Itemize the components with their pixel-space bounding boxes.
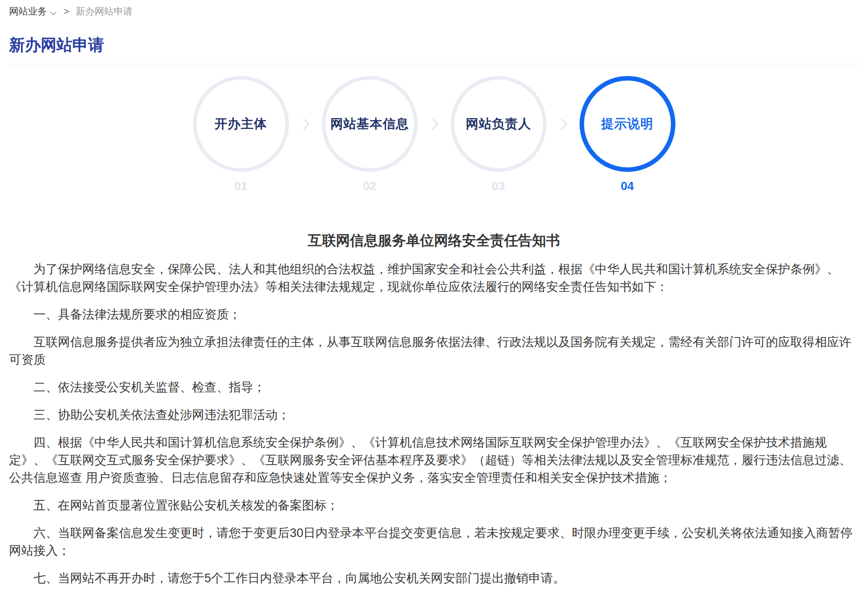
notice-paragraph: 三、协助公安机关依法查处涉网违法犯罪活动； (9, 406, 859, 424)
chevron-right-icon (427, 119, 438, 129)
step-3-circle: 网站负责人 (451, 76, 547, 172)
notice-paragraph: 互联网信息服务提供者应为独立承担法律责任的主体，从事互联网信息服务依据法律、行政… (9, 333, 859, 369)
notice-paragraph: 五、在网站首页显著位置张贴公安机关核发的备案图标； (9, 497, 859, 514)
step-4-circle: 提示说明 (580, 76, 675, 172)
breadcrumb-current: 新办网站申请 (75, 5, 132, 17)
notice-paragraph: 一、具备法律法规所要求的相应资质； (9, 306, 859, 323)
notice-title: 互联网信息服务单位网络安全责任告知书 (9, 231, 859, 251)
step-3-label: 网站负责人 (466, 115, 531, 133)
page-title: 新办网站申请 (9, 35, 859, 54)
chevron-right-icon (556, 119, 567, 129)
notice-paragraph: 七、当网站不再开办时，请您于5个工作日内登录本平台，向属地公安机关网安部门提出撤… (9, 570, 859, 587)
chevron-right-icon (298, 119, 309, 129)
step-1-number: 01 (234, 179, 247, 193)
step-2-circle: 网站基本信息 (322, 76, 418, 172)
step-2-wangzhan-jiben-xinxi: 网站基本信息 02 (322, 76, 418, 193)
step-1-kaiban-zhuti: 开办主体 01 (193, 76, 289, 193)
step-4-number: 04 (621, 179, 634, 193)
stepper: 开办主体 01 网站基本信息 02 网站负责人 03 提示 (9, 76, 859, 193)
notice-paragraph: 六、当联网备案信息发生变更时，请您于变更后30日内登录本平台提交变更信息，若未按… (9, 524, 859, 560)
page: 网站业务 > 新办网站申请 新办网站申请 开办主体 01 网站基本信息 02 (0, 0, 868, 599)
notice-paragraph: 为了保护网络信息安全，保障公民、法人和其他组织的合法权益，维护国家安全和社会公共… (9, 261, 859, 296)
caret-down-icon[interactable] (51, 10, 57, 15)
notice-document: 互联网信息服务单位网络安全责任告知书 为了保护网络信息安全，保障公民、法人和其他… (9, 231, 859, 587)
step-separator (547, 76, 580, 172)
page-header: 新办网站申请 (9, 35, 859, 64)
step-2-label: 网站基本信息 (330, 115, 409, 133)
step-1-label: 开办主体 (215, 115, 267, 133)
step-3-number: 03 (492, 179, 505, 193)
chevron-right-icon: > (64, 5, 69, 17)
step-3-wangzhan-fuzeren: 网站负责人 03 (451, 76, 547, 193)
step-separator (289, 76, 322, 172)
step-2-number: 02 (363, 179, 376, 193)
breadcrumb: 网站业务 > 新办网站申请 (9, 0, 859, 17)
breadcrumb-root[interactable]: 网站业务 (9, 5, 47, 17)
step-1-circle: 开办主体 (193, 76, 289, 172)
notice-body: 为了保护网络信息安全，保障公民、法人和其他组织的合法权益，维护国家安全和社会公共… (9, 261, 859, 587)
notice-paragraph: 二、依法接受公安机关监督、检查、指导； (9, 379, 859, 396)
step-separator (418, 76, 451, 172)
notice-paragraph: 四、根据《中华人民共和国计算机信息系统安全保护条例》、《计算机信息技术网络国际互… (9, 434, 859, 487)
step-4-tishi-shuoming: 提示说明 04 (580, 76, 675, 193)
step-4-label: 提示说明 (601, 115, 654, 133)
